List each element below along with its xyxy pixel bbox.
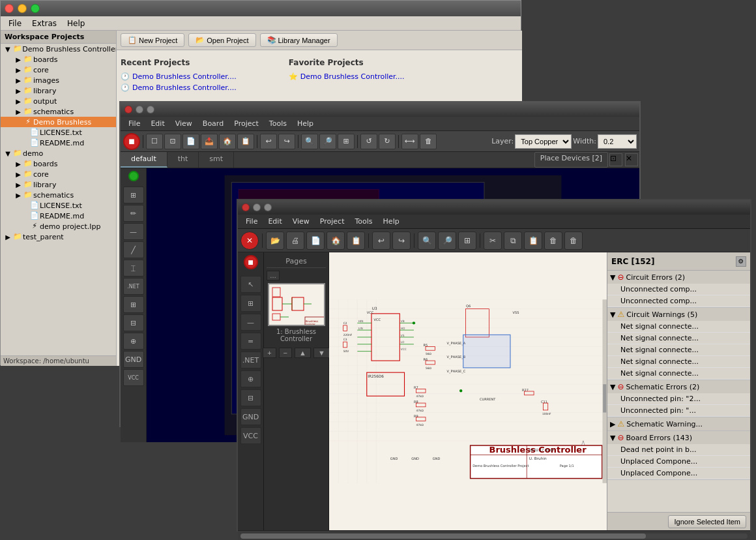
- favorite-project-1[interactable]: ⭐ Demo Brushless Controller....: [289, 71, 405, 82]
- pcb-menu-view[interactable]: View: [170, 118, 197, 129]
- menu-help[interactable]: Help: [62, 18, 90, 29]
- pcb-left-btn-3[interactable]: —: [123, 223, 144, 240]
- sch-menu-project[interactable]: Project: [315, 216, 350, 227]
- sch-tool-home[interactable]: 🏠: [327, 232, 345, 250]
- ignore-selected-button[interactable]: Ignore Selected Item: [668, 515, 746, 528]
- tree-item-test-parent[interactable]: ▶ 📁 test_parent: [1, 232, 116, 242]
- pcb-left-btn-8[interactable]: ⊕: [123, 333, 144, 350]
- tree-item-core[interactable]: ▶ 📁 core: [1, 65, 116, 75]
- tree-item-output[interactable]: ▶ 📁 output: [1, 96, 116, 106]
- tree-root[interactable]: ▼ 📁 Demo Brushless Controller: [1, 44, 116, 54]
- sch-page-thumbnail[interactable]: Brushless Controller: [268, 283, 325, 326]
- close-btn[interactable]: [5, 4, 14, 13]
- erc-item-net-4[interactable]: Net signal connecte...: [607, 356, 750, 368]
- pcb-grid-btn[interactable]: ⊞: [123, 187, 144, 203]
- erc-group-circuit-warnings-header[interactable]: ▼ ⚠ Circuit Warnings (5): [607, 308, 750, 321]
- tree-item-license2[interactable]: 📄 LICENSE.txt: [1, 200, 116, 211]
- pcb-left-btn-4[interactable]: ╱: [123, 241, 144, 258]
- sch-undo[interactable]: ↩: [372, 232, 390, 250]
- erc-item-net-3[interactable]: Net signal connecte...: [607, 344, 750, 356]
- sch-del[interactable]: 🗑: [544, 232, 562, 250]
- pcb-max-btn[interactable]: [147, 106, 154, 113]
- pcb-tool-rot1[interactable]: ↺: [360, 134, 377, 149]
- tree-item-demo[interactable]: ▼ 📁 demo: [1, 148, 116, 158]
- pcb-zoom-out[interactable]: 🔎: [319, 134, 336, 149]
- sch-left-add[interactable]: ⊕: [240, 370, 261, 387]
- pcb-zoom-fit[interactable]: ⊞: [338, 134, 355, 149]
- sch-copy[interactable]: ⧉: [504, 232, 522, 250]
- sch-del2[interactable]: 🗑: [564, 232, 583, 250]
- new-project-button[interactable]: 📋 New Project: [121, 33, 184, 47]
- sch-page-add[interactable]: +: [263, 348, 276, 358]
- tree-item-library[interactable]: ▶ 📁 library: [1, 85, 116, 96]
- pcb-left-btn-7[interactable]: ⊟: [123, 314, 144, 331]
- layer-select[interactable]: Top Copper: [515, 134, 572, 149]
- pcb-tool-3[interactable]: 📄: [182, 134, 199, 149]
- sch-left-sub[interactable]: ⊟: [240, 389, 261, 406]
- erc-item-unplaced-2[interactable]: Unplaced Compone...: [607, 468, 750, 479]
- erc-group-circuit-errors-header[interactable]: ▼ ⊖ Circuit Errors (2): [607, 271, 750, 284]
- pcb-left-btn-net[interactable]: .NET: [123, 278, 144, 295]
- sch-left-bus[interactable]: ═: [240, 333, 261, 350]
- tree-item-library2[interactable]: ▶ 📁 library: [1, 179, 116, 190]
- pcb-tool-del[interactable]: 🗑: [420, 134, 437, 149]
- tab-default[interactable]: default: [121, 152, 167, 168]
- sch-zoom-in[interactable]: 🔍: [418, 232, 436, 250]
- sch-tool-clip[interactable]: 📋: [347, 232, 365, 250]
- pcb-menu-edit[interactable]: Edit: [145, 118, 169, 129]
- tree-item-license1[interactable]: 📄 LICENSE.txt: [1, 127, 116, 138]
- sch-zoom-fit[interactable]: ⊞: [458, 232, 476, 250]
- sch-gnd-btn[interactable]: GND: [240, 408, 261, 425]
- sch-tool-pdf[interactable]: 📄: [306, 232, 325, 250]
- recent-project-2[interactable]: 🕐 Demo Brushless Controller....: [121, 82, 237, 93]
- sch-scroll-up[interactable]: …: [267, 271, 280, 280]
- tree-item-demo-project[interactable]: ⚡ demo project.lpp: [1, 221, 116, 232]
- pcb-menu-project[interactable]: Project: [229, 118, 264, 129]
- pcb-tool-5[interactable]: 🏠: [219, 134, 236, 149]
- pcb-stop-button[interactable]: ■: [123, 133, 140, 150]
- pcb-left-btn-vcc[interactable]: VCC: [123, 369, 144, 386]
- tree-item-schematics[interactable]: ▶ 📁 schematics: [1, 106, 116, 117]
- sch-scrollbar-h[interactable]: [238, 530, 750, 540]
- tree-item-boards[interactable]: ▶ 📁 boards: [1, 54, 116, 65]
- sch-paste[interactable]: 📋: [524, 232, 542, 250]
- pcb-tool-1[interactable]: ☐: [146, 134, 163, 149]
- tree-item-schematics2[interactable]: ▶ 📁 schematics: [1, 190, 116, 200]
- menu-file[interactable]: File: [3, 18, 27, 29]
- tab-smt[interactable]: smt: [199, 152, 234, 168]
- pcb-min-btn[interactable]: [136, 106, 143, 113]
- sch-close-btn[interactable]: [242, 203, 250, 211]
- pcb-window-icon[interactable]: ⊡: [609, 153, 622, 166]
- erc-group-board-errors-header[interactable]: ▼ ⊖ Board Errors (143): [607, 431, 750, 444]
- sch-tool-print[interactable]: 🖨: [286, 232, 304, 250]
- erc-settings-btn[interactable]: ⚙: [736, 256, 746, 267]
- pcb-tool-4[interactable]: 📤: [201, 134, 218, 149]
- pcb-redo[interactable]: ↪: [278, 134, 295, 149]
- tree-item-core2[interactable]: ▶ 📁 core: [1, 169, 116, 179]
- sch-redo[interactable]: ↪: [392, 232, 411, 250]
- sch-min-btn[interactable]: [253, 203, 261, 211]
- erc-item-pin-1[interactable]: Unconnected pin: "2...: [607, 393, 750, 405]
- erc-item-unplaced-1[interactable]: Unplaced Compone...: [607, 456, 750, 468]
- sch-cut[interactable]: ✂: [484, 232, 502, 250]
- tab-tht[interactable]: tht: [167, 152, 199, 168]
- pcb-tool-2[interactable]: ⊡: [164, 134, 181, 149]
- pcb-undo[interactable]: ↩: [260, 134, 277, 149]
- erc-group-sch-warnings-header[interactable]: ▶ ⚠ Schematic Warning...: [607, 417, 750, 430]
- sch-page-down[interactable]: ▼: [313, 348, 330, 358]
- tree-item-readme2[interactable]: 📄 README.md: [1, 211, 116, 221]
- menu-extras[interactable]: Extras: [27, 18, 62, 29]
- sch-tool-open[interactable]: 📂: [266, 232, 284, 250]
- sch-menu-tools[interactable]: Tools: [349, 216, 377, 227]
- sch-zoom-out[interactable]: 🔎: [438, 232, 456, 250]
- erc-item-unconnected-1[interactable]: Unconnected comp...: [607, 284, 750, 295]
- erc-item-unconnected-2[interactable]: Unconnected comp...: [607, 295, 750, 307]
- pcb-close-btn[interactable]: [124, 106, 132, 113]
- pcb-left-btn-5[interactable]: ⌶: [123, 260, 144, 277]
- library-manager-button[interactable]: 📚 Library Manager: [260, 33, 338, 47]
- pcb-window-close[interactable]: ✕: [625, 153, 638, 166]
- erc-item-net-1[interactable]: Net signal connecte...: [607, 321, 750, 333]
- pcb-tool-6[interactable]: 📋: [237, 134, 254, 149]
- erc-item-deadnet[interactable]: Dead net point in b...: [607, 444, 750, 456]
- sch-page-up[interactable]: ▲: [295, 348, 311, 358]
